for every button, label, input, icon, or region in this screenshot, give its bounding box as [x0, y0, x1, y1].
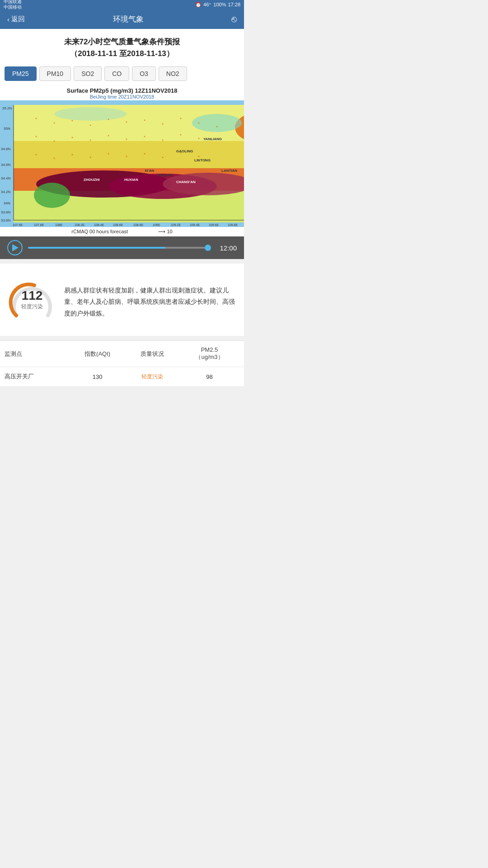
pollutant-tab-bar: PM25 PM10 SO2 CO O3 NO2: [0, 66, 244, 81]
svg-text:108.6E: 108.6E: [113, 223, 123, 226]
svg-text:ZHOUZHI: ZHOUZHI: [84, 178, 100, 182]
scale-arrow: ⟶ 10: [158, 229, 172, 234]
tab-no2[interactable]: NO2: [159, 66, 187, 81]
svg-text:109.6E: 109.6E: [209, 223, 219, 226]
svg-point-17: [108, 119, 109, 120]
svg-point-14: [54, 123, 55, 124]
svg-point-18: [126, 122, 127, 123]
svg-point-28: [108, 135, 109, 137]
title-line1: 未来72小时空气质量气象条件预报: [7, 36, 237, 48]
carrier1-label: 中国联通: [4, 0, 22, 5]
signal-label: 46⁺: [203, 2, 211, 8]
svg-point-31: [162, 140, 164, 141]
aqi-gauge: 112 轻度污染: [7, 277, 57, 327]
back-button[interactable]: ‹ 返回: [7, 15, 25, 24]
svg-point-30: [144, 136, 145, 137]
forecast-title: 未来72小时空气质量气象条件预报 （2018-11-11 至2018-11-13…: [0, 29, 244, 66]
svg-text:109E: 109E: [153, 223, 160, 226]
svg-point-21: [180, 118, 182, 119]
map-title-area: Surface PM2p5 (mg/m3) 12Z11NOV2018 BeiJi…: [0, 85, 244, 100]
forecast-text: rCMAQ 00 hours forecast: [71, 229, 128, 234]
svg-text:XI'AN: XI'AN: [145, 169, 154, 173]
svg-point-15: [72, 120, 73, 122]
svg-point-27: [90, 140, 91, 141]
svg-text:109.2E: 109.2E: [171, 223, 181, 226]
play-icon: [12, 244, 19, 251]
svg-point-24: [36, 136, 37, 137]
svg-point-26: [72, 137, 73, 138]
playback-controls: 12:00: [0, 236, 244, 259]
svg-text:YANLIANG: YANLIANG: [203, 137, 222, 141]
map-title-main: Surface PM2p5 (mg/m3) 12Z11NOV2018: [0, 87, 244, 94]
aqi-level: 轻度污染: [21, 303, 43, 311]
divider-1: [0, 259, 244, 264]
svg-point-34: [36, 154, 37, 156]
svg-point-19: [144, 120, 145, 121]
svg-point-25: [54, 141, 55, 142]
table-header: 监测点 指数(AQI) 质量状况 PM2.5（ug/m3）: [0, 340, 244, 367]
tab-pm10[interactable]: PM10: [39, 66, 71, 81]
back-label: 返回: [11, 15, 25, 24]
svg-text:108.4E: 108.4E: [94, 223, 104, 226]
svg-point-29: [126, 139, 127, 140]
aqi-description: 易感人群症状有轻度加剧，健康人群出现刺激症状。建议儿童、老年人及心脏病、呼吸系统…: [64, 285, 237, 319]
svg-text:35.2N: 35.2N: [2, 106, 12, 110]
svg-point-20: [162, 123, 164, 125]
svg-text:LANTIAN: LANTIAN: [221, 169, 237, 173]
svg-rect-3: [14, 141, 244, 168]
aqi-number: 112: [21, 289, 43, 302]
title-line2: （2018-11-11 至2018-11-13）: [7, 48, 237, 60]
tab-o3[interactable]: O3: [132, 66, 156, 81]
svg-text:34N: 34N: [4, 201, 10, 205]
svg-point-43: [198, 156, 200, 157]
svg-text:LINTONG: LINTONG: [194, 158, 211, 162]
svg-text:34.6N: 34.6N: [1, 163, 11, 167]
main-content: 未来72小时空气质量气象条件预报 （2018-11-11 至2018-11-13…: [0, 29, 244, 386]
svg-point-8: [34, 183, 70, 208]
svg-point-41: [162, 157, 164, 158]
svg-text:108.2E: 108.2E: [75, 223, 85, 226]
back-chevron-icon: ‹: [7, 15, 9, 23]
progress-thumb[interactable]: [205, 245, 211, 251]
svg-text:35N: 35N: [4, 127, 10, 131]
svg-point-40: [144, 153, 145, 155]
svg-text:CHANG'AN: CHANG'AN: [176, 180, 196, 184]
svg-text:BAQIAO: BAQIAO: [158, 173, 173, 177]
svg-point-38: [108, 153, 109, 155]
col-header-pm25: PM2.5（ug/m3）: [179, 346, 239, 361]
page-title: 环境气象: [113, 14, 144, 24]
map-visualization: YANLIANG GAOLING LINTONG XI'AN BAQIAO LA…: [0, 100, 244, 227]
svg-text:108.8E: 108.8E: [133, 223, 144, 226]
share-icon[interactable]: ⎋: [231, 14, 237, 24]
progress-fill: [28, 247, 165, 249]
battery-label: 100%: [213, 2, 226, 7]
tab-pm25[interactable]: PM25: [5, 66, 37, 81]
time-label: 17:28: [228, 2, 240, 7]
status-bar: 中国联通 中国移动 ⏰ 46⁺ 100% 17:28: [0, 0, 244, 9]
svg-point-33: [198, 138, 200, 139]
aqi-section: 112 轻度污染 易感人群症状有轻度加剧，健康人群出现刺激症状。建议儿童、老年人…: [0, 268, 244, 336]
svg-text:34.4N: 34.4N: [1, 176, 11, 180]
svg-text:33.6N: 33.6N: [1, 218, 11, 222]
progress-track[interactable]: [28, 247, 211, 249]
aqi-value: 130: [70, 373, 125, 380]
alarm-icon: ⏰: [195, 2, 202, 8]
svg-text:107.8E: 107.8E: [34, 223, 44, 226]
table-row: 高压开关厂 130 轻度污染 98: [0, 367, 244, 386]
col-header-status: 质量状况: [125, 350, 179, 358]
svg-text:109.8E: 109.8E: [228, 223, 238, 226]
forecast-label: rCMAQ 00 hours forecast ⟶ 10: [0, 227, 244, 236]
aqi-value-container: 112 轻度污染: [21, 289, 43, 311]
pm25-value: 98: [179, 373, 239, 380]
quality-status: 轻度污染: [125, 373, 179, 381]
play-button[interactable]: [7, 240, 23, 255]
svg-point-22: [198, 123, 200, 124]
svg-point-16: [90, 125, 91, 126]
tab-so2[interactable]: SO2: [74, 66, 102, 81]
svg-point-35: [54, 158, 55, 159]
col-header-station: 监测点: [5, 350, 70, 358]
playback-time: 12:00: [216, 244, 237, 252]
tab-co[interactable]: CO: [104, 66, 129, 81]
svg-text:107.6E: 107.6E: [13, 223, 23, 226]
divider-2: [0, 336, 244, 340]
